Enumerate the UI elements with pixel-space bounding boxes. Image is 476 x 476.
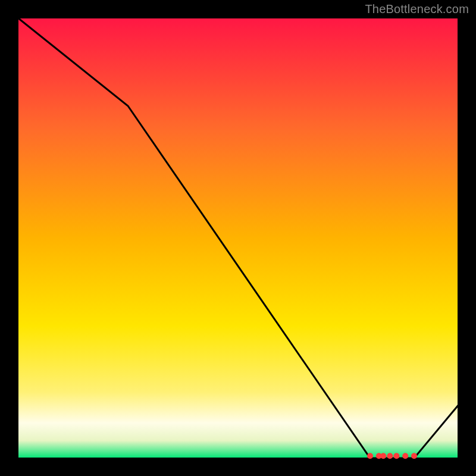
datapoint-marker [402, 453, 408, 459]
datapoint-marker [411, 453, 417, 459]
plot-gradient-background [18, 18, 458, 458]
bottleneck-chart [0, 0, 476, 476]
datapoint-marker [380, 453, 386, 459]
attribution-text: TheBottleneck.com [365, 2, 469, 16]
datapoint-marker [387, 453, 393, 459]
datapoint-marker [367, 453, 373, 459]
datapoint-marker [393, 453, 399, 459]
